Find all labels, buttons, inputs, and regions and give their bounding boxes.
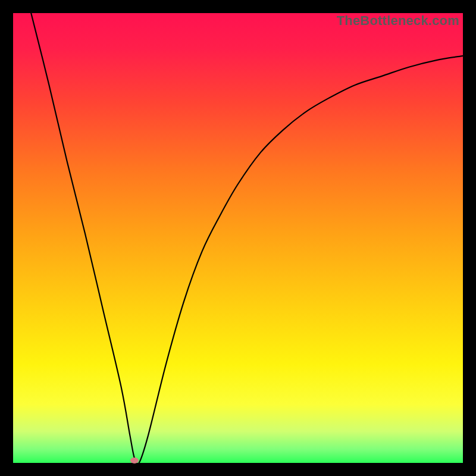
bottleneck-curve: [13, 13, 463, 463]
chart-frame: TheBottleneck.com: [0, 0, 476, 476]
plot-area: TheBottleneck.com: [13, 13, 463, 463]
optimum-marker: [130, 458, 139, 464]
